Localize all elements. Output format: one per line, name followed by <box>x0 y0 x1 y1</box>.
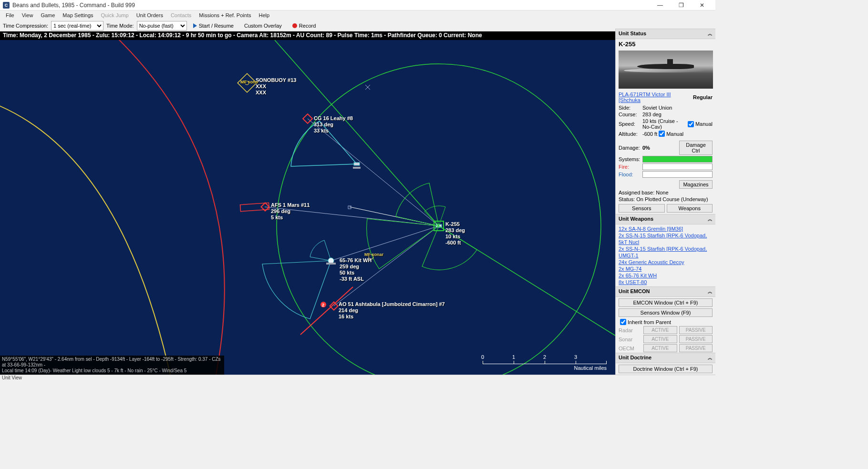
weapon-link[interactable]: 2x SS-N-15 Starfish [RPK-6 Vodopad, 5kT … <box>619 232 713 245</box>
unit-status-header[interactable]: Unit Status︽ <box>616 29 715 39</box>
unit-weapons-header[interactable]: Unit Weapons︽ <box>616 214 715 224</box>
svg-rect-11 <box>238 73 257 92</box>
unit-base: None <box>656 190 668 195</box>
unit-course: 283 deg <box>642 112 713 117</box>
unit-panel: Unit Status︽ K-255 PLA-671RTM Victor III… <box>615 29 715 381</box>
sim-status-line: Time: Monday, 2 December 1985 - Zulu: 15… <box>0 31 615 40</box>
sensors-button[interactable]: Sensors <box>619 204 665 213</box>
minimize-button[interactable]: — <box>650 0 671 10</box>
svg-rect-15 <box>353 167 361 169</box>
menu-contacts: Contacts <box>167 11 195 19</box>
svg-line-23 <box>300 287 353 335</box>
unit-name: K-255 <box>619 41 635 48</box>
chevron-up-icon: ︽ <box>708 31 713 37</box>
emcon-label: Radar <box>619 327 641 333</box>
unit-proficiency: Regular <box>693 94 713 100</box>
unit-doctrine-header[interactable]: Unit Doctrine︽ <box>616 353 715 363</box>
bottom-statusbar: Unit View <box>0 375 715 381</box>
unit-side: Soviet Union <box>642 105 713 111</box>
unit-emcon-header[interactable]: Unit EMCON︽ <box>616 286 715 297</box>
menu-file[interactable]: File <box>2 11 18 19</box>
weapon-link[interactable]: 2x 65-76 Kit WH <box>619 272 713 279</box>
weapons-button[interactable]: Weapons <box>667 204 713 213</box>
menu-help[interactable]: Help <box>255 11 273 19</box>
emcon-label: OECM <box>619 346 641 351</box>
unit-altitude: -600 ft <box>642 131 657 137</box>
svg-text:2: 2 <box>322 303 324 307</box>
emcon-window-button[interactable]: EMCON Window (Ctrl + F9) <box>619 298 713 307</box>
flood-bar <box>642 171 713 178</box>
emcon-active-button[interactable]: ACTIVE <box>643 335 677 343</box>
menu-quick-jump: Quick Jump <box>97 11 133 19</box>
record-button[interactable]: Record <box>288 21 320 30</box>
doctrine-window-button[interactable]: Doctrine Window (Ctrl + F9) <box>619 365 713 373</box>
systems-bar <box>642 156 713 163</box>
start-resume-button[interactable]: Start / Resume <box>189 21 238 30</box>
menu-missions-ref-points[interactable]: Missions + Ref. Points <box>195 11 255 19</box>
custom-overlay-button[interactable]: Custom Overlay <box>240 21 286 30</box>
sensors-window-button[interactable]: Sensors Window (F9) <box>619 308 713 317</box>
emcon-passive-button[interactable]: PASSIVE <box>679 326 713 334</box>
scalebar: 0123 Nautical miles <box>483 361 607 371</box>
play-icon <box>193 23 197 28</box>
toolbar: Time Compression: 1 sec (real-time) Time… <box>0 20 715 31</box>
weapon-link[interactable]: 2x MG-74 <box>619 265 713 272</box>
emcon-passive-button[interactable]: PASSIVE <box>679 344 713 352</box>
tactical-map[interactable]: 2 MF sono SONOBUOY #13 XXX XXX CG 16 Lea… <box>0 40 615 381</box>
inherit-parent-checkbox[interactable] <box>620 319 626 325</box>
unit-class-link[interactable]: PLA-671RTM Victor III [Shchuka <box>619 92 693 103</box>
window-title: Beans and Bullets, 1985 - Command - Buil… <box>12 2 650 9</box>
menu-view[interactable]: View <box>18 11 37 19</box>
svg-point-12 <box>245 81 249 85</box>
damage-ctrl-button[interactable]: Damage Ctrl <box>679 141 713 155</box>
menubar: FileViewGameMap SettingsQuick JumpUnit O… <box>0 10 715 20</box>
time-mode-select[interactable]: No-pulse (fast) <box>137 21 187 31</box>
svg-line-3 <box>308 119 439 226</box>
weapon-link[interactable]: 12x SA-N-8 Gremlin [9M36] <box>619 225 713 232</box>
record-icon <box>292 23 297 28</box>
speed-manual-checkbox[interactable] <box>688 121 694 127</box>
chevron-up-icon: ︽ <box>708 288 713 295</box>
weapon-link[interactable]: 24x Generic Acoustic Decoy <box>619 259 713 265</box>
map-viewport[interactable]: Time: Monday, 2 December 1985 - Zulu: 15… <box>0 31 615 381</box>
close-button[interactable]: ✕ <box>692 0 713 10</box>
svg-rect-8 <box>348 206 351 209</box>
unit-status-text: On Plotted Course (Underway) <box>636 196 708 202</box>
svg-line-5 <box>331 226 439 261</box>
window-titlebar: C Beans and Bullets, 1985 - Command - Bu… <box>0 0 715 10</box>
svg-line-2 <box>275 40 439 226</box>
unit-image <box>619 51 713 89</box>
unit-speed: 10 kts (Cruise - No-Cav) <box>642 118 686 130</box>
chevron-up-icon: ︽ <box>708 216 713 223</box>
emcon-active-button[interactable]: ACTIVE <box>643 344 677 352</box>
unit-damage: 0% <box>642 145 650 151</box>
menu-map-settings[interactable]: Map Settings <box>59 11 97 19</box>
map-svg: 2 <box>0 40 615 381</box>
svg-point-0 <box>277 64 601 381</box>
weapons-list: 12x SA-N-8 Gremlin [9M36]2x SS-N-15 Star… <box>616 224 715 286</box>
emcon-label: Sonar <box>619 336 641 342</box>
chevron-up-icon: ︽ <box>708 355 713 361</box>
app-icon: C <box>3 2 10 9</box>
time-compression-label: Time Compression: <box>3 23 48 29</box>
weapon-link[interactable]: 2x SS-N-15 Starfish [RPK-6 Vodopad, UMGT… <box>619 245 713 259</box>
maximize-button[interactable]: ❐ <box>671 0 692 10</box>
cursor-info: N59°55'06", W21°29'43" - 2.64nm from sel… <box>0 356 224 375</box>
svg-rect-14 <box>354 163 360 165</box>
menu-game[interactable]: Game <box>37 11 59 19</box>
alt-manual-checkbox[interactable] <box>659 131 665 137</box>
emcon-active-button[interactable]: ACTIVE <box>643 326 677 334</box>
magazines-button[interactable]: Magazines <box>679 180 713 189</box>
time-compression-select[interactable]: 1 sec (real-time) <box>51 21 103 31</box>
emcon-passive-button[interactable]: PASSIVE <box>679 335 713 343</box>
weapon-link[interactable]: 8x USET-80 <box>619 279 713 285</box>
svg-rect-21 <box>326 263 336 265</box>
svg-line-6 <box>334 226 439 306</box>
menu-unit-orders[interactable]: Unit Orders <box>133 11 167 19</box>
fire-bar <box>642 163 713 170</box>
time-mode-label: Time Mode: <box>106 23 134 29</box>
